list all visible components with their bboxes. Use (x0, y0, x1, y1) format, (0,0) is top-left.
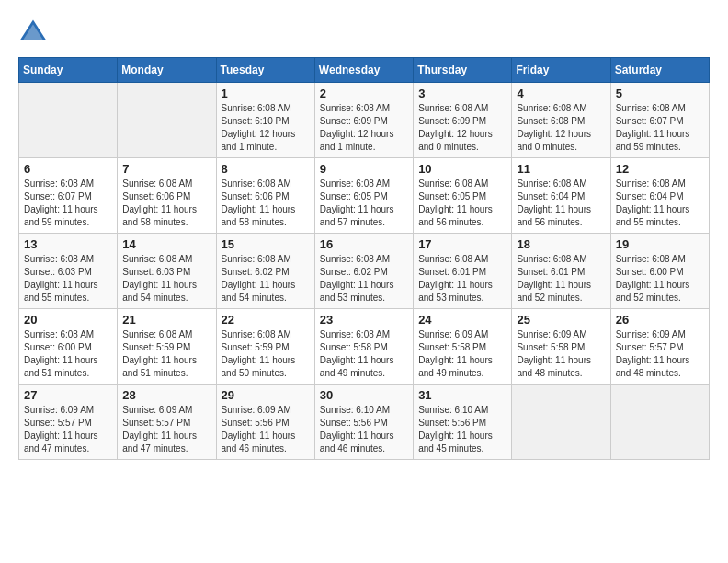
day-number: 19 (616, 237, 704, 251)
cell-content: Sunrise: 6:08 AM Sunset: 6:09 PM Dayligh… (418, 102, 506, 154)
day-number: 18 (517, 237, 605, 251)
calendar-cell: 6Sunrise: 6:08 AM Sunset: 6:07 PM Daylig… (19, 158, 118, 234)
calendar-week-3: 13Sunrise: 6:08 AM Sunset: 6:03 PM Dayli… (19, 234, 710, 309)
day-number: 11 (517, 162, 605, 176)
cell-content: Sunrise: 6:09 AM Sunset: 5:57 PM Dayligh… (616, 328, 704, 380)
day-number: 26 (616, 313, 704, 327)
cell-content: Sunrise: 6:08 AM Sunset: 5:58 PM Dayligh… (320, 328, 408, 380)
day-number: 2 (320, 86, 408, 100)
day-number: 10 (418, 162, 506, 176)
cell-content: Sunrise: 6:08 AM Sunset: 6:01 PM Dayligh… (418, 253, 506, 304)
calendar-cell: 29Sunrise: 6:09 AM Sunset: 5:56 PM Dayli… (216, 385, 314, 460)
weekday-header-sunday: Sunday (19, 58, 118, 83)
cell-content: Sunrise: 6:08 AM Sunset: 6:02 PM Dayligh… (320, 253, 408, 304)
cell-content: Sunrise: 6:08 AM Sunset: 6:00 PM Dayligh… (24, 328, 112, 380)
weekday-header-thursday: Thursday (414, 58, 512, 83)
calendar-cell: 25Sunrise: 6:09 AM Sunset: 5:58 PM Dayli… (512, 309, 610, 385)
calendar-week-1: 1Sunrise: 6:08 AM Sunset: 6:10 PM Daylig… (19, 83, 710, 158)
calendar-cell: 11Sunrise: 6:08 AM Sunset: 6:04 PM Dayli… (512, 158, 610, 234)
day-number: 21 (122, 313, 210, 327)
cell-content: Sunrise: 6:08 AM Sunset: 6:07 PM Dayligh… (616, 102, 704, 154)
calendar-cell: 13Sunrise: 6:08 AM Sunset: 6:03 PM Dayli… (19, 234, 118, 309)
day-number: 27 (24, 388, 112, 402)
weekday-header-wednesday: Wednesday (314, 58, 413, 83)
logo (18, 18, 51, 48)
cell-content: Sunrise: 6:10 AM Sunset: 5:56 PM Dayligh… (418, 404, 506, 455)
day-number: 4 (517, 86, 605, 100)
cell-content: Sunrise: 6:09 AM Sunset: 5:57 PM Dayligh… (24, 404, 112, 455)
calendar-cell: 30Sunrise: 6:10 AM Sunset: 5:56 PM Dayli… (314, 385, 413, 460)
calendar-week-2: 6Sunrise: 6:08 AM Sunset: 6:07 PM Daylig… (19, 158, 710, 234)
calendar-cell: 9Sunrise: 6:08 AM Sunset: 6:05 PM Daylig… (314, 158, 413, 234)
weekday-header-row: SundayMondayTuesdayWednesdayThursdayFrid… (19, 58, 710, 83)
day-number: 12 (616, 162, 704, 176)
calendar-cell: 3Sunrise: 6:08 AM Sunset: 6:09 PM Daylig… (414, 83, 512, 158)
logo-icon (18, 18, 48, 48)
calendar-cell: 18Sunrise: 6:08 AM Sunset: 6:01 PM Dayli… (512, 234, 610, 309)
cell-content: Sunrise: 6:08 AM Sunset: 6:06 PM Dayligh… (222, 178, 310, 229)
cell-content: Sunrise: 6:08 AM Sunset: 6:00 PM Dayligh… (616, 253, 704, 304)
calendar-week-4: 20Sunrise: 6:08 AM Sunset: 6:00 PM Dayli… (19, 309, 710, 385)
cell-content: Sunrise: 6:08 AM Sunset: 6:03 PM Dayligh… (122, 253, 210, 304)
calendar-cell: 8Sunrise: 6:08 AM Sunset: 6:06 PM Daylig… (216, 158, 314, 234)
cell-content: Sunrise: 6:08 AM Sunset: 6:07 PM Dayligh… (24, 178, 112, 229)
calendar-cell: 15Sunrise: 6:08 AM Sunset: 6:02 PM Dayli… (216, 234, 314, 309)
cell-content: Sunrise: 6:08 AM Sunset: 6:06 PM Dayligh… (122, 178, 210, 229)
day-number: 3 (418, 86, 506, 100)
weekday-header-tuesday: Tuesday (216, 58, 314, 83)
day-number: 9 (320, 162, 408, 176)
calendar-cell: 27Sunrise: 6:09 AM Sunset: 5:57 PM Dayli… (19, 385, 118, 460)
cell-content: Sunrise: 6:09 AM Sunset: 5:58 PM Dayligh… (517, 328, 605, 380)
calendar-cell: 16Sunrise: 6:08 AM Sunset: 6:02 PM Dayli… (314, 234, 413, 309)
day-number: 25 (517, 313, 605, 327)
cell-content: Sunrise: 6:09 AM Sunset: 5:58 PM Dayligh… (418, 328, 506, 380)
day-number: 8 (222, 162, 310, 176)
cell-content: Sunrise: 6:08 AM Sunset: 6:01 PM Dayligh… (517, 253, 605, 304)
calendar-cell: 31Sunrise: 6:10 AM Sunset: 5:56 PM Dayli… (414, 385, 512, 460)
day-number: 14 (122, 237, 210, 251)
calendar-cell: 28Sunrise: 6:09 AM Sunset: 5:57 PM Dayli… (118, 385, 216, 460)
cell-content: Sunrise: 6:08 AM Sunset: 6:05 PM Dayligh… (418, 178, 506, 229)
cell-content: Sunrise: 6:08 AM Sunset: 6:04 PM Dayligh… (616, 178, 704, 229)
cell-content: Sunrise: 6:08 AM Sunset: 5:59 PM Dayligh… (122, 328, 210, 380)
day-number: 20 (24, 313, 112, 327)
calendar-cell: 4Sunrise: 6:08 AM Sunset: 6:08 PM Daylig… (512, 83, 610, 158)
cell-content: Sunrise: 6:08 AM Sunset: 6:05 PM Dayligh… (320, 178, 408, 229)
calendar-cell: 20Sunrise: 6:08 AM Sunset: 6:00 PM Dayli… (19, 309, 118, 385)
calendar-cell: 12Sunrise: 6:08 AM Sunset: 6:04 PM Dayli… (610, 158, 709, 234)
calendar-cell (610, 385, 709, 460)
calendar-cell: 24Sunrise: 6:09 AM Sunset: 5:58 PM Dayli… (414, 309, 512, 385)
calendar-cell: 7Sunrise: 6:08 AM Sunset: 6:06 PM Daylig… (118, 158, 216, 234)
calendar-cell: 5Sunrise: 6:08 AM Sunset: 6:07 PM Daylig… (610, 83, 709, 158)
day-number: 13 (24, 237, 112, 251)
day-number: 30 (320, 388, 408, 402)
calendar-cell: 26Sunrise: 6:09 AM Sunset: 5:57 PM Dayli… (610, 309, 709, 385)
day-number: 17 (418, 237, 506, 251)
calendar-cell: 1Sunrise: 6:08 AM Sunset: 6:10 PM Daylig… (216, 83, 314, 158)
cell-content: Sunrise: 6:08 AM Sunset: 6:03 PM Dayligh… (24, 253, 112, 304)
calendar-cell: 23Sunrise: 6:08 AM Sunset: 5:58 PM Dayli… (314, 309, 413, 385)
calendar-cell (512, 385, 610, 460)
calendar-cell: 2Sunrise: 6:08 AM Sunset: 6:09 PM Daylig… (314, 83, 413, 158)
page-header (18, 18, 710, 48)
cell-content: Sunrise: 6:08 AM Sunset: 6:09 PM Dayligh… (320, 102, 408, 154)
day-number: 16 (320, 237, 408, 251)
day-number: 29 (222, 388, 310, 402)
day-number: 31 (418, 388, 506, 402)
day-number: 15 (222, 237, 310, 251)
cell-content: Sunrise: 6:08 AM Sunset: 6:10 PM Dayligh… (222, 102, 310, 154)
cell-content: Sunrise: 6:10 AM Sunset: 5:56 PM Dayligh… (320, 404, 408, 455)
calendar-cell: 19Sunrise: 6:08 AM Sunset: 6:00 PM Dayli… (610, 234, 709, 309)
calendar-cell: 17Sunrise: 6:08 AM Sunset: 6:01 PM Dayli… (414, 234, 512, 309)
weekday-header-friday: Friday (512, 58, 610, 83)
calendar-cell: 21Sunrise: 6:08 AM Sunset: 5:59 PM Dayli… (118, 309, 216, 385)
calendar-cell: 22Sunrise: 6:08 AM Sunset: 5:59 PM Dayli… (216, 309, 314, 385)
calendar-cell (118, 83, 216, 158)
day-number: 22 (222, 313, 310, 327)
weekday-header-saturday: Saturday (610, 58, 709, 83)
day-number: 6 (24, 162, 112, 176)
cell-content: Sunrise: 6:08 AM Sunset: 6:02 PM Dayligh… (222, 253, 310, 304)
cell-content: Sunrise: 6:08 AM Sunset: 6:04 PM Dayligh… (517, 178, 605, 229)
cell-content: Sunrise: 6:08 AM Sunset: 6:08 PM Dayligh… (517, 102, 605, 154)
day-number: 24 (418, 313, 506, 327)
